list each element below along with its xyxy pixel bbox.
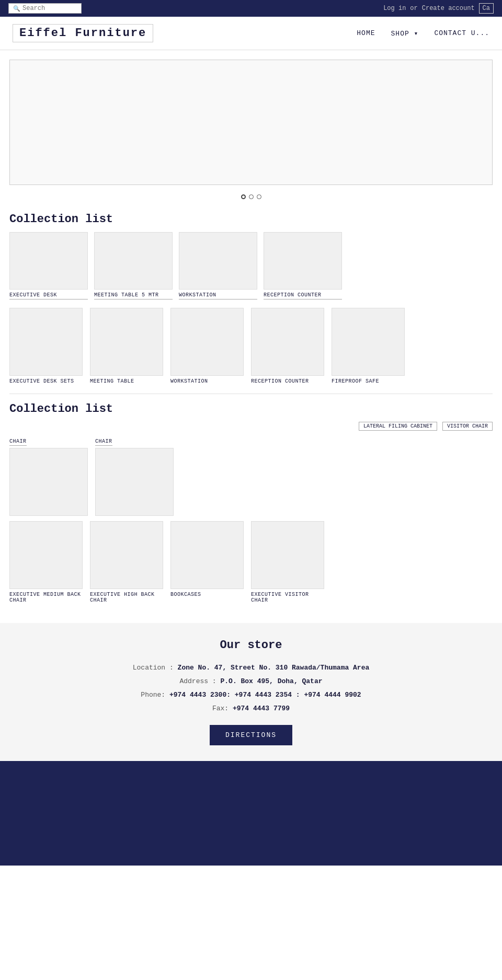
collection-item-label-0: EXECUTIVE DESK [9,292,88,299]
chair-row-top: CHAIR CHAIR [0,436,502,516]
main-nav: HOME SHOP ▾ CONTACT U... [357,29,489,38]
login-link[interactable]: Log in [383,5,406,12]
collection2-header: LATERAL FILING CABINET VISITOR CHAIR [0,422,502,436]
product-item-label-4: FIREPROOF SAFE [332,378,405,384]
cart-link[interactable]: Ca [479,3,494,14]
product-item-label-3: RECEPTION COUNTER [251,378,324,384]
store-address-value: P.O. Box 495, Doha, Qatar [220,677,322,685]
store-fax-value: +974 4443 7799 [233,705,290,712]
product-item-img-0 [9,308,83,376]
chair-item-top-label-0: CHAIR [9,439,27,446]
product-row-1: EXECUTIVE DESK SETS MEETING TABLE WORKST… [0,308,502,394]
divider-1 [9,394,493,394]
collection-item-label-1: MEETING TABLE 5 MTR [94,292,173,299]
collection1-title: Collection list [0,209,502,232]
store-location-value: Zone No. 47, Street No. 310 Rawada/Thuma… [178,664,370,672]
nav-shop[interactable]: SHOP ▾ [391,29,419,38]
bottom-product-1[interactable]: EXECUTIVE HIGH BACK CHAIR [90,521,163,603]
bottom-product-img-2 [170,521,244,589]
store-address: Address : P.O. Box 495, Doha, Qatar [10,675,492,688]
hero-dots [0,194,502,199]
bottom-product-img-0 [9,521,83,589]
collection-item-img-3 [264,232,342,290]
store-phone-label: Phone: [141,691,165,699]
collection-item-1[interactable]: MEETING TABLE 5 MTR [94,232,173,299]
chair-item-top-0[interactable]: CHAIR [9,436,88,516]
product-item-img-1 [90,308,163,376]
nav-contact[interactable]: CONTACT U... [434,29,489,37]
product-item-img-3 [251,308,324,376]
bottom-product-img-3 [251,521,324,589]
collection-item-3[interactable]: RECEPTION COUNTER [264,232,342,299]
product-item-img-4 [332,308,405,376]
store-fax-label: Fax: [212,705,229,712]
bottom-product-label-1: EXECUTIVE HIGH BACK CHAIR [90,592,163,603]
bottom-product-2[interactable]: BOOKCASES [170,521,244,603]
store-fax: Fax: +974 4443 7799 [10,702,492,716]
collection-item-img-0 [9,232,88,290]
store-location-label: Location : [133,664,174,672]
store-info: Location : Zone No. 47, Street No. 310 R… [10,661,492,716]
collection2-tag-1[interactable]: VISITOR CHAIR [442,422,493,431]
header: Eiffel Furniture HOME SHOP ▾ CONTACT U..… [0,17,502,50]
topbar-or: or [410,5,417,12]
bottom-product-label-0: EXECUTIVE MEDIUM BACK CHAIR [9,592,83,603]
product-item-img-2 [170,308,244,376]
chair-item-top-img-1 [95,448,174,516]
collection2-tag-0[interactable]: LATERAL FILING CABINET [359,422,437,431]
search-bar[interactable]: 🔍 [8,3,82,14]
product-item-0[interactable]: EXECUTIVE DESK SETS [9,308,83,384]
chair-item-top-img-0 [9,448,88,516]
bottom-product-0[interactable]: EXECUTIVE MEDIUM BACK CHAIR [9,521,83,603]
product-item-3[interactable]: RECEPTION COUNTER [251,308,324,384]
store-phone: Phone: +974 4443 2300: +974 4443 2354 : … [10,688,492,702]
collection1-row: EXECUTIVE DESK MEETING TABLE 5 MTR WORKS… [0,232,502,308]
footer-dark [0,761,502,866]
hero-dot-2[interactable] [249,194,254,199]
store-title: Our store [10,639,492,652]
search-input[interactable] [22,5,77,12]
logo: Eiffel Furniture [13,24,153,42]
topbar: 🔍 Log in or Create account Ca [0,0,502,17]
product-item-label-0: EXECUTIVE DESK SETS [9,378,83,384]
directions-button[interactable]: DIRECTIONS [210,725,292,745]
nav-home[interactable]: HOME [357,29,375,37]
chair-item-top-1[interactable]: CHAIR [95,436,174,516]
collection-item-img-1 [94,232,173,290]
collection-item-img-2 [179,232,257,290]
chair-item-top-label-1: CHAIR [95,439,112,446]
topbar-links: Log in or Create account Ca [383,3,494,14]
store-section: Our store Location : Zone No. 47, Street… [0,623,502,761]
collection-item-label-3: RECEPTION COUNTER [264,292,342,299]
bottom-product-label-2: BOOKCASES [170,592,244,597]
hero-dot-3[interactable] [257,194,261,199]
bottom-products: EXECUTIVE MEDIUM BACK CHAIR EXECUTIVE HI… [0,521,502,613]
collection-item-label-2: WORKSTATION [179,292,257,299]
create-account-link[interactable]: Create account [422,5,475,12]
search-icon: 🔍 [13,5,20,12]
collection-item-2[interactable]: WORKSTATION [179,232,257,299]
bottom-product-img-1 [90,521,163,589]
product-item-label-2: WORKSTATION [170,378,244,384]
collection2-title: Collection list [0,398,502,422]
product-item-4[interactable]: FIREPROOF SAFE [332,308,405,384]
bottom-product-label-3: EXECUTIVE VISITOR CHAIR [251,592,324,603]
product-item-2[interactable]: WORKSTATION [170,308,244,384]
store-location: Location : Zone No. 47, Street No. 310 R… [10,661,492,675]
product-item-1[interactable]: MEETING TABLE [90,308,163,384]
bottom-product-3[interactable]: EXECUTIVE VISITOR CHAIR [251,521,324,603]
hero-slider [9,60,493,185]
product-item-label-1: MEETING TABLE [90,378,163,384]
hero-dot-1[interactable] [241,194,246,199]
store-phone-value: +974 4443 2300: +974 4443 2354 : +974 44… [169,691,361,699]
store-address-label: Address : [179,677,216,685]
collection-item-0[interactable]: EXECUTIVE DESK [9,232,88,299]
